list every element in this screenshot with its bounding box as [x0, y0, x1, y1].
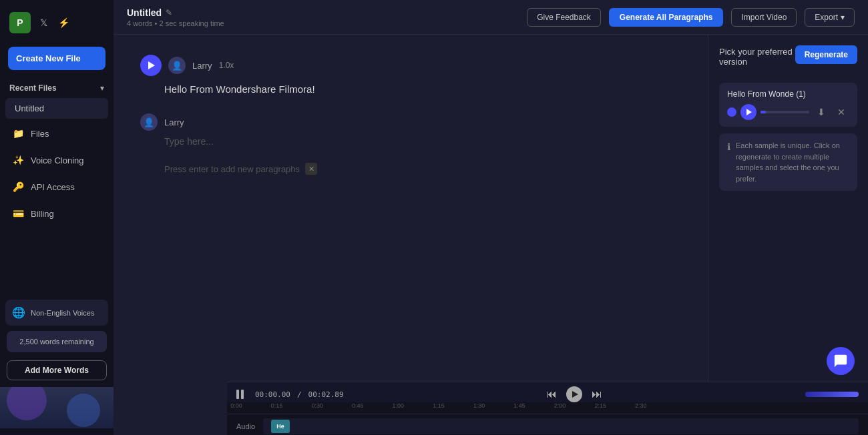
non-english-label: Non-English Voices [31, 309, 94, 317]
non-english-voices-box[interactable]: 🌐 Non-English Voices [5, 300, 108, 326]
timeline-pause-icon [236, 388, 248, 400]
version-radio-selected[interactable] [727, 107, 736, 117]
billing-icon: 💳 [12, 207, 24, 220]
thumbnail-area [0, 387, 114, 428]
ruler-mark-15: 0:15 [271, 402, 283, 409]
recent-files-chevron: ▾ [100, 83, 104, 93]
ruler-mark-230: 2:30 [635, 402, 647, 409]
timeline-next-button[interactable]: ⏭ [589, 386, 605, 402]
generate-all-button[interactable]: Generate All Paragraphs [609, 8, 724, 27]
version-panel-header: Pick your preferred version Regenerate [719, 45, 857, 75]
sidebar-item-voice-cloning[interactable]: ✨ Voice Cloning [3, 148, 111, 172]
version-close-button[interactable]: ✕ [833, 104, 849, 120]
thumb-blob2 [67, 394, 100, 427]
timeline-area: 00:00.00 / 00:02.89 ⏮ ⏭ 0:00 0:15 0:30 0… [227, 382, 868, 435]
files-icon: 📁 [12, 127, 24, 139]
version-info-box: ℹ Each sample is unique. Click on regene… [719, 133, 857, 191]
timeline-track-audio: Audio He [227, 414, 868, 435]
version-panel: Pick your preferred version Regenerate H… [708, 35, 868, 435]
social-icons: 𝕏 ⚡ [36, 15, 71, 30]
timeline-time-total: 00:02.89 [308, 390, 344, 399]
timeline-time-separator: / [297, 390, 302, 399]
sidebar-item-billing[interactable]: 💳 Billing [3, 201, 111, 226]
recent-files-header[interactable]: Recent Files ▾ [0, 79, 114, 97]
create-new-button[interactable]: Create New File [8, 47, 105, 70]
sidebar-item-files[interactable]: 📁 Files [3, 121, 111, 145]
voice-name-1[interactable]: Larry [192, 61, 212, 71]
version-download-button[interactable]: ⬇ [813, 104, 829, 120]
type-here-placeholder[interactable]: Type here... [164, 136, 681, 147]
import-video-button[interactable]: Import Video [731, 8, 797, 27]
ruler-marks: 0:00 0:15 0:30 0:45 1:00 1:15 1:30 1:45 … [236, 402, 859, 414]
paragraph-1-play-button[interactable] [140, 55, 162, 76]
discord-icon[interactable]: ⚡ [56, 15, 71, 30]
recent-file-untitled[interactable]: Untitled [5, 98, 108, 119]
file-meta: 4 words • 2 sec speaking time [127, 19, 224, 27]
file-title-block: Untitled ✎ 4 words • 2 sec speaking time [127, 7, 224, 27]
twitter-icon[interactable]: 𝕏 [36, 15, 51, 30]
timeline-ruler: 0:00 0:15 0:30 0:45 1:00 1:15 1:30 1:45 … [227, 402, 868, 414]
non-english-icon: 🌐 [12, 306, 25, 319]
chat-bubble-button[interactable] [827, 347, 855, 375]
sidebar: P 𝕏 ⚡ Create New File Recent Files ▾ Unt… [0, 0, 114, 435]
audio-clip-he[interactable]: He [271, 420, 290, 433]
editor-area: 👤 Larry 1.0x Hello From Wondershare Film… [114, 35, 868, 435]
thumb-blob1 [7, 387, 47, 420]
voice-speed-1: 1.0x [219, 61, 234, 70]
version-player: ⬇ ✕ [727, 104, 849, 120]
add-words-button[interactable]: Add More Words [7, 360, 107, 380]
chat-icon [833, 354, 848, 368]
voice-cloning-label: Voice Cloning [31, 155, 84, 165]
version-play-button[interactable] [740, 104, 756, 120]
text-editor[interactable]: 👤 Larry 1.0x Hello From Wondershare Film… [114, 35, 708, 435]
header-right: Give Feedback Generate All Paragraphs Im… [527, 8, 855, 27]
timeline-level-bar [805, 392, 859, 397]
version-item-title: Hello From Wonde (1) [727, 89, 849, 99]
recent-files-label: Recent Files [9, 83, 57, 93]
regenerate-button[interactable]: Regenerate [795, 45, 857, 64]
main-content: Untitled ✎ 4 words • 2 sec speaking time… [114, 0, 868, 435]
track-content-audio[interactable]: He [263, 418, 859, 434]
version-progress-fill [761, 111, 766, 113]
files-label: Files [31, 129, 49, 139]
version-play-triangle [746, 109, 752, 115]
top-header: Untitled ✎ 4 words • 2 sec speaking time… [114, 0, 868, 35]
billing-label: Billing [31, 209, 54, 219]
version-item-1: Hello From Wonde (1) ⬇ ✕ [719, 83, 857, 127]
export-button[interactable]: Export ▾ [805, 8, 855, 27]
paragraph-2: 👤 Larry Type here... [140, 113, 681, 147]
sidebar-item-api-access[interactable]: 🔑 API Access [3, 175, 111, 199]
voice-avatar-larry-2: 👤 [140, 113, 158, 131]
close-hint-button[interactable]: ✕ [305, 163, 317, 175]
paragraph-1-header: 👤 Larry 1.0x [140, 55, 681, 76]
timeline-time-current: 00:00.00 [255, 390, 290, 399]
words-remaining-box: 2,500 words remaining [7, 331, 107, 352]
file-title: Untitled [127, 7, 162, 18]
api-access-label: API Access [31, 182, 75, 192]
press-enter-text: Press enter to add new paragraphs [164, 164, 300, 174]
words-remaining-text: 2,500 words remaining [19, 338, 93, 346]
version-action-buttons: ⬇ ✕ [813, 104, 849, 120]
ruler-mark-45: 0:45 [352, 402, 364, 409]
app-logo: P [9, 12, 31, 33]
ruler-mark-30: 0:30 [311, 402, 323, 409]
version-progress-bar[interactable] [761, 111, 809, 113]
timeline-play-button[interactable] [566, 386, 582, 402]
play-triangle-icon [148, 61, 155, 69]
ruler-mark-215: 2:15 [594, 402, 606, 409]
file-edit-icon[interactable]: ✎ [166, 8, 172, 17]
logo-area: P 𝕏 ⚡ [0, 0, 114, 41]
timeline-prev-button[interactable]: ⏮ [544, 386, 560, 402]
version-info-text: Each sample is unique. Click on regenera… [736, 140, 849, 184]
give-feedback-button[interactable]: Give Feedback [527, 8, 601, 27]
paragraph-1-text[interactable]: Hello From Wondershare Filmora! [164, 81, 681, 97]
timeline-play-triangle [572, 391, 578, 398]
sidebar-bottom: 🌐 Non-English Voices 2,500 words remaini… [0, 294, 114, 435]
ruler-mark-200: 2:00 [554, 402, 566, 409]
voice-avatar-larry-1: 👤 [168, 57, 186, 74]
ruler-mark-115: 1:15 [433, 402, 445, 409]
play-circle [140, 55, 162, 76]
ruler-mark-130: 1:30 [473, 402, 485, 409]
info-icon: ℹ [727, 141, 730, 152]
voice-name-2[interactable]: Larry [164, 117, 184, 127]
